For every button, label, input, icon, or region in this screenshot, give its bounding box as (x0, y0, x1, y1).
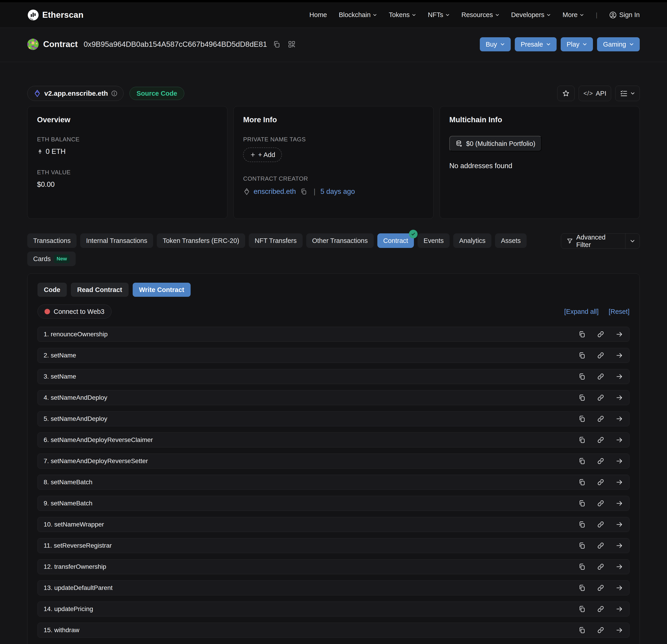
arrow-right-icon[interactable] (615, 330, 623, 338)
arrow-right-icon[interactable] (615, 499, 623, 508)
link-chain-icon[interactable] (597, 415, 605, 423)
tab-assets[interactable]: Assets (495, 234, 526, 248)
watchlist-menu-button[interactable] (615, 86, 640, 101)
nav-item-resources[interactable]: Resources (461, 11, 499, 19)
nav-item-blockchain[interactable]: Blockchain (339, 11, 377, 19)
copy-icon[interactable] (578, 605, 586, 613)
link-chain-icon[interactable] (597, 351, 605, 359)
function-row-updatePricing[interactable]: 14. updatePricing (37, 601, 630, 616)
copy-icon[interactable] (578, 393, 586, 402)
function-row-setNameBatch[interactable]: 8. setNameBatch (37, 475, 630, 490)
source-code-badge[interactable]: Source Code (130, 87, 184, 100)
function-row-transferOwnership[interactable]: 12. transferOwnership (37, 559, 630, 574)
copy-icon[interactable] (578, 520, 586, 529)
arrow-right-icon[interactable] (615, 520, 623, 529)
play-button[interactable]: Play (561, 37, 593, 51)
function-row-setName-2[interactable]: 3. setName (37, 369, 630, 384)
subtab-code[interactable]: Code (37, 283, 67, 297)
arrow-right-icon[interactable] (615, 393, 623, 402)
copy-icon[interactable] (578, 330, 586, 338)
tab-contract[interactable]: Contract (377, 234, 414, 248)
copy-icon[interactable] (578, 415, 586, 423)
nav-item-more[interactable]: More (563, 11, 584, 19)
copy-icon[interactable] (578, 478, 586, 486)
nav-item-developers[interactable]: Developers (511, 11, 551, 19)
arrow-right-icon[interactable] (615, 626, 623, 634)
copy-icon[interactable] (578, 542, 586, 550)
link-chain-icon[interactable] (597, 626, 605, 634)
link-chain-icon[interactable] (597, 457, 605, 465)
nav-item-nfts[interactable]: NFTs (428, 11, 450, 19)
arrow-right-icon[interactable] (615, 605, 623, 613)
tab-transactions[interactable]: Transactions (27, 234, 77, 248)
copy-icon[interactable] (578, 436, 586, 444)
arrow-right-icon[interactable] (615, 542, 623, 550)
copy-icon[interactable] (578, 563, 586, 571)
advanced-filter-button[interactable]: Advanced Filter (561, 234, 640, 249)
function-row-setReverseRegistrar[interactable]: 11. setReverseRegistrar (37, 538, 630, 553)
link-chain-icon[interactable] (597, 393, 605, 402)
favorite-button[interactable] (557, 86, 574, 101)
buy-button[interactable]: Buy (480, 37, 511, 51)
function-row-renounceOwnership[interactable]: 1. renounceOwnership (37, 327, 630, 342)
reset-link[interactable]: [Reset] (608, 308, 630, 316)
link-chain-icon[interactable] (597, 478, 605, 486)
arrow-right-icon[interactable] (615, 351, 623, 359)
arrow-right-icon[interactable] (615, 563, 623, 571)
api-button[interactable]: </>API (579, 86, 611, 101)
gaming-button[interactable]: Gaming (597, 37, 640, 51)
etherscan-brand[interactable]: Etherscan (27, 9, 84, 21)
arrow-right-icon[interactable] (615, 478, 623, 486)
tab-analytics[interactable]: Analytics (453, 234, 491, 248)
tab-cards[interactable]: Cards New (27, 252, 76, 266)
advanced-filter-caret[interactable] (625, 239, 639, 244)
arrow-right-icon[interactable] (615, 436, 623, 444)
link-chain-icon[interactable] (597, 499, 605, 508)
link-chain-icon[interactable] (597, 330, 605, 338)
nav-item-home[interactable]: Home (309, 11, 327, 19)
function-row-updateDefaultParent[interactable]: 13. updateDefaultParent (37, 580, 630, 595)
presale-button[interactable]: Presale (515, 37, 557, 51)
qr-code-button[interactable] (287, 39, 297, 50)
arrow-right-icon[interactable] (615, 415, 623, 423)
function-row-withdraw[interactable]: 15. withdraw (37, 623, 630, 638)
function-row-setNameWrapper[interactable]: 10. setNameWrapper (37, 517, 630, 532)
function-row-setNameAndDeployReverseClaimer[interactable]: 6. setNameAndDeployReverseClaimer (37, 432, 630, 448)
arrow-right-icon[interactable] (615, 457, 623, 465)
link-chain-icon[interactable] (597, 584, 605, 592)
link-chain-icon[interactable] (597, 436, 605, 444)
link-chain-icon[interactable] (597, 372, 605, 381)
tab-nft-transfers[interactable]: NFT Transfers (249, 234, 303, 248)
arrow-right-icon[interactable] (615, 584, 623, 592)
tab-events[interactable]: Events (418, 234, 450, 248)
tab-token-transfers[interactable]: Token Transfers (ERC-20) (157, 234, 245, 248)
subtab-read-contract[interactable]: Read Contract (71, 283, 129, 297)
sign-in-button[interactable]: Sign In (609, 11, 640, 19)
function-row-setNameAndDeploy-2[interactable]: 5. setNameAndDeploy (37, 411, 630, 426)
copy-icon[interactable] (578, 499, 586, 508)
function-row-setName[interactable]: 2. setName (37, 348, 630, 363)
add-private-tag-button[interactable]: + Add (243, 147, 282, 162)
link-chain-icon[interactable] (597, 542, 605, 550)
tab-other-transactions[interactable]: Other Transactions (306, 234, 374, 248)
function-row-setNameAndDeployReverseSetter[interactable]: 7. setNameAndDeployReverseSetter (37, 454, 630, 469)
copy-icon[interactable] (578, 584, 586, 592)
tab-internal-transactions[interactable]: Internal Transactions (80, 234, 153, 248)
creation-tx-link[interactable]: 5 days ago (321, 188, 355, 196)
arrow-right-icon[interactable] (615, 372, 623, 381)
copy-icon[interactable] (578, 372, 586, 381)
multichain-portfolio-button[interactable]: $0 (Multichain Portfolio) (449, 136, 542, 151)
connect-to-web3-button[interactable]: Connect to Web3 (37, 305, 112, 319)
copy-icon[interactable] (578, 626, 586, 634)
copy-icon[interactable] (578, 351, 586, 359)
copy-creator-button[interactable] (299, 187, 309, 196)
link-chain-icon[interactable] (597, 563, 605, 571)
function-row-setNameAndDeploy[interactable]: 4. setNameAndDeploy (37, 390, 630, 405)
nav-item-tokens[interactable]: Tokens (389, 11, 416, 19)
expand-all-link[interactable]: [Expand all] (564, 308, 599, 316)
link-chain-icon[interactable] (597, 520, 605, 529)
function-row-setNameBatch-2[interactable]: 9. setNameBatch (37, 496, 630, 511)
copy-icon[interactable] (578, 457, 586, 465)
creator-link[interactable]: enscribed.eth (254, 188, 296, 196)
copy-address-button[interactable] (272, 39, 282, 50)
